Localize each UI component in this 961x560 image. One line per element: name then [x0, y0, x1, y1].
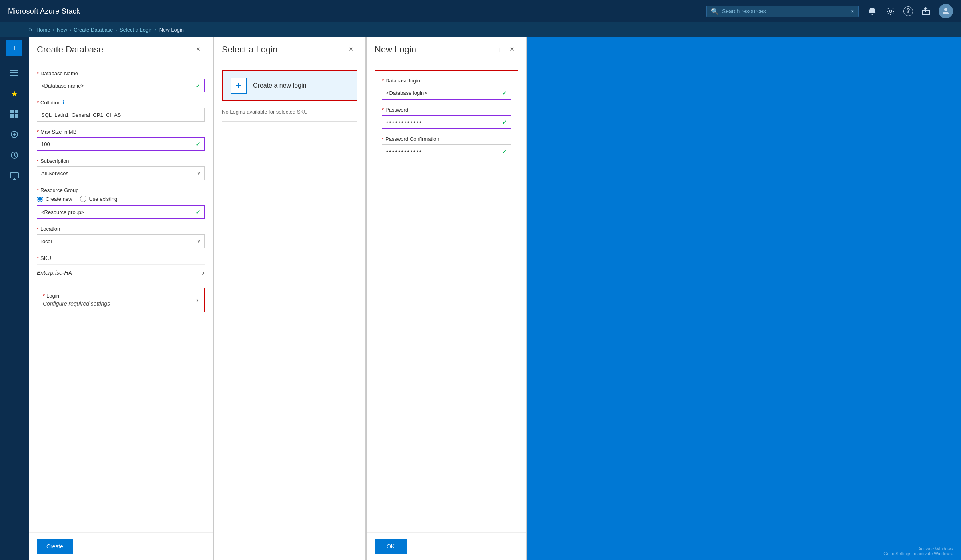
panel2-close-button[interactable]: × [345, 43, 357, 56]
create-new-radio[interactable] [37, 196, 43, 202]
svg-point-2 [944, 8, 947, 11]
breadcrumb-create-database[interactable]: Create Database [74, 27, 113, 33]
panel3-header: New Login ◻ × [367, 37, 526, 62]
search-icon: 🔍 [711, 8, 719, 15]
login-field: * Login Configure required settings › [37, 288, 205, 312]
panel2-title: Select a Login [222, 44, 345, 55]
create-login-plus-icon: + [231, 78, 247, 94]
sidebar-item-history[interactable] [0, 146, 29, 166]
breadcrumb-current: New Login [159, 27, 184, 33]
subscription-select[interactable]: All Services [37, 166, 205, 180]
max-size-label: * Max Size in MB [37, 129, 205, 135]
password-confirm-input-wrapper: ✓ [382, 144, 511, 158]
sidebar-item-favorites[interactable]: ★ [0, 83, 29, 104]
sidebar-item-resources[interactable] [0, 125, 29, 146]
panel3-footer: OK [367, 532, 526, 560]
favorites-icon: ★ [11, 89, 18, 98]
breadcrumb-select-login[interactable]: Select a Login [120, 27, 152, 33]
topbar-icons: ? [867, 4, 953, 18]
create-new-radio-item[interactable]: Create new [37, 196, 72, 202]
create-new-radio-label[interactable]: Create new [46, 196, 72, 202]
panel1-title: Create Database [37, 44, 192, 55]
max-size-input-wrapper: ✓ [37, 137, 205, 151]
panel3-fields-container: * Database login ✓ * Password [375, 70, 518, 172]
sku-selector[interactable]: Enterprise-HA › [37, 264, 205, 280]
panel3-maximize-button[interactable]: ◻ [491, 43, 504, 56]
settings-button[interactable] [885, 6, 896, 17]
password-confirm-label: * Password Confirmation [382, 136, 511, 142]
main-area: + ★ [0, 37, 961, 560]
db-login-label: * Database login [382, 78, 511, 84]
subscription-field: * Subscription All Services ∨ [37, 158, 205, 180]
select-login-panel: Select a Login × + Create a new login No… [214, 37, 366, 560]
password-confirm-input[interactable] [382, 144, 511, 158]
use-existing-radio[interactable] [80, 196, 86, 202]
search-bar[interactable]: 🔍 × [706, 6, 859, 17]
search-clear-button[interactable]: × [851, 8, 854, 14]
breadcrumb: Home › New › Create Database › Select a … [36, 27, 184, 33]
notifications-button[interactable] [867, 6, 878, 17]
dashboard-icon [10, 110, 18, 120]
svg-rect-13 [10, 173, 18, 178]
panel2-divider [222, 121, 357, 122]
sidebar: + ★ [0, 37, 29, 560]
search-input[interactable] [722, 8, 849, 14]
user-avatar[interactable] [939, 4, 953, 18]
panel2-header: Select a Login × [214, 37, 365, 62]
resource-group-input[interactable] [37, 205, 205, 219]
svg-rect-9 [15, 114, 18, 118]
sku-value: Enterprise-HA [37, 270, 72, 276]
max-size-input[interactable] [37, 137, 205, 151]
panel1-close-button[interactable]: × [192, 43, 205, 56]
sidebar-item-dashboard[interactable] [0, 104, 29, 125]
collation-field: * Collation ℹ [37, 100, 205, 122]
new-login-panel: New Login ◻ × * Database login [367, 37, 527, 560]
panel3-content: * Database login ✓ * Password [367, 62, 526, 532]
location-select[interactable]: local [37, 234, 205, 248]
login-field-label: Login [46, 293, 59, 299]
resources-icon [10, 130, 19, 141]
location-select-wrapper: local ∨ [37, 234, 205, 248]
panel1-content: * Database Name ✓ * Collation ℹ [29, 62, 213, 532]
svg-point-11 [13, 133, 16, 136]
collation-input-wrapper [37, 108, 205, 122]
create-button[interactable]: Create [37, 539, 73, 554]
panel1-footer: Create [29, 532, 213, 560]
svg-rect-3 [10, 70, 18, 71]
monitor-icon [10, 172, 19, 182]
svg-rect-4 [10, 72, 18, 73]
resource-group-field: * Resource Group Create new Use existing [37, 187, 205, 219]
location-field: * Location local ∨ [37, 226, 205, 248]
resource-group-label: * Resource Group [37, 187, 205, 193]
ok-button[interactable]: OK [375, 539, 407, 554]
database-name-field: * Database Name ✓ [37, 70, 205, 92]
create-new-login-card[interactable]: + Create a new login [222, 70, 357, 101]
collation-info-icon[interactable]: ℹ [62, 100, 64, 106]
sidebar-item-monitor[interactable] [0, 166, 29, 187]
sku-field: * SKU Enterprise-HA › [37, 255, 205, 280]
use-existing-radio-label[interactable]: Use existing [89, 196, 117, 202]
login-selector[interactable]: * Login Configure required settings › [37, 288, 205, 312]
panel3-close-button[interactable]: × [506, 43, 518, 56]
help-button[interactable]: ? [903, 6, 913, 16]
right-blue-panel [527, 37, 961, 560]
collation-input[interactable] [37, 108, 205, 122]
breadcrumb-home[interactable]: Home [36, 27, 50, 33]
topbar: Microsoft Azure Stack 🔍 × ? [0, 0, 961, 22]
password-confirm-field: * Password Confirmation ✓ [382, 136, 511, 158]
password-input-wrapper: ✓ [382, 115, 511, 129]
breadcrumb-expand-icon[interactable]: » [29, 26, 32, 33]
password-field: * Password ✓ [382, 107, 511, 129]
database-name-input[interactable] [37, 79, 205, 92]
panel3-title: New Login [375, 44, 491, 55]
export-button[interactable] [920, 6, 931, 17]
db-login-input[interactable] [382, 86, 511, 100]
db-login-field: * Database login ✓ [382, 78, 511, 100]
sidebar-add-button[interactable]: + [6, 40, 22, 56]
password-input[interactable] [382, 115, 511, 129]
password-label: * Password [382, 107, 511, 113]
use-existing-radio-item[interactable]: Use existing [80, 196, 117, 202]
sidebar-item-menu[interactable] [0, 62, 29, 83]
login-field-value: Configure required settings [43, 300, 110, 307]
breadcrumb-new[interactable]: New [57, 27, 67, 33]
